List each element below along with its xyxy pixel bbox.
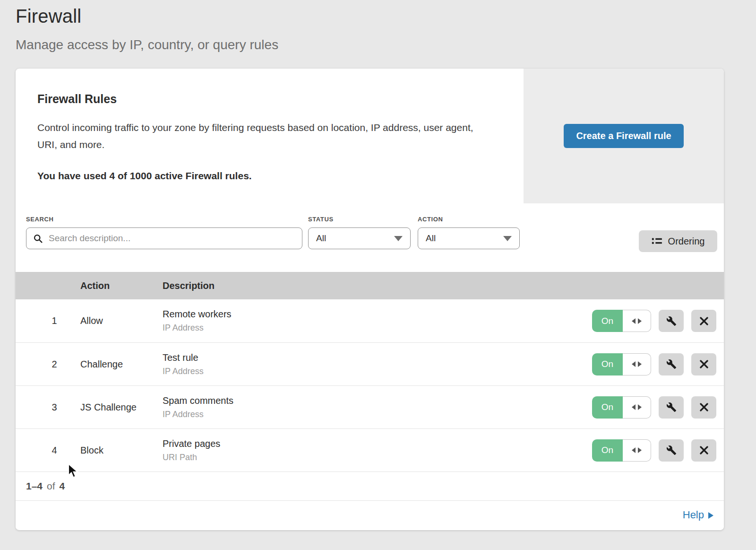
- rule-action: JS Challenge: [80, 402, 163, 413]
- status-select-value: All: [316, 233, 326, 244]
- firewall-page: Firewall Manage access by IP, country, o…: [0, 0, 756, 550]
- rules-usage-text: You have used 4 of 1000 active Firewall …: [37, 170, 524, 182]
- card-description: Control incoming traffic to your zone by…: [37, 119, 486, 153]
- rule-action: Allow: [80, 315, 163, 326]
- pagination-total: 4: [60, 480, 65, 492]
- status-select[interactable]: All: [308, 227, 411, 249]
- edit-rule-button[interactable]: [659, 353, 684, 375]
- delete-rule-button[interactable]: [691, 310, 716, 332]
- rule-toggle[interactable]: On: [592, 310, 651, 332]
- edit-rule-button[interactable]: [659, 439, 684, 462]
- drag-handle-icon[interactable]: [623, 396, 651, 419]
- rule-match-type: URI Path: [163, 453, 592, 463]
- close-icon: [699, 359, 709, 369]
- delete-rule-button[interactable]: [691, 353, 716, 375]
- delete-rule-button[interactable]: [691, 439, 716, 462]
- toggle-on-label: On: [592, 439, 623, 462]
- pagination-of: of: [47, 480, 55, 492]
- page-header: Firewall Manage access by IP, country, o…: [16, 6, 278, 52]
- close-icon: [699, 445, 709, 455]
- card-footer: Help: [16, 500, 724, 529]
- table-row: 4 Block Private pages URI Path On: [16, 428, 724, 471]
- rule-priority: 3: [16, 402, 80, 413]
- wrench-icon: [666, 316, 677, 326]
- wrench-icon: [666, 359, 677, 369]
- rule-priority: 1: [16, 315, 80, 326]
- page-subtitle: Manage access by IP, country, or query r…: [16, 37, 278, 52]
- table-row: 1 Allow Remote workers IP Address On: [16, 299, 724, 342]
- pagination-bar: 1–4 of 4: [16, 471, 724, 500]
- rule-controls: On: [592, 439, 724, 462]
- rule-match-type: IP Address: [163, 410, 592, 419]
- action-select[interactable]: All: [418, 227, 520, 249]
- column-header-description: Description: [163, 280, 215, 291]
- rule-toggle[interactable]: On: [592, 396, 651, 419]
- search-label: SEARCH: [26, 216, 302, 223]
- status-label: STATUS: [308, 216, 411, 223]
- help-arrow-icon: [708, 512, 713, 519]
- ordering-list-icon: [652, 236, 662, 246]
- rule-match-type: IP Address: [163, 323, 592, 333]
- rule-description: Test rule: [163, 352, 592, 363]
- action-label: ACTION: [418, 216, 520, 223]
- rule-description-cell: Remote workers IP Address: [163, 309, 592, 333]
- status-filter-group: STATUS All: [308, 216, 411, 249]
- ordering-button[interactable]: Ordering: [639, 230, 717, 252]
- close-icon: [699, 402, 709, 412]
- rule-description: Spam comments: [163, 395, 592, 406]
- card-top-section: Firewall Rules Control incoming traffic …: [16, 69, 724, 203]
- create-rule-panel: Create a Firewall rule: [524, 69, 724, 203]
- close-icon: [699, 316, 709, 326]
- firewall-rules-card: Firewall Rules Control incoming traffic …: [16, 69, 724, 530]
- rule-toggle[interactable]: On: [592, 353, 651, 375]
- card-title: Firewall Rules: [37, 92, 524, 106]
- wrench-icon: [666, 402, 677, 412]
- rule-controls: On: [592, 396, 724, 419]
- help-link-label: Help: [683, 509, 704, 521]
- search-input[interactable]: [49, 233, 295, 244]
- search-icon: [33, 234, 43, 244]
- chevron-down-icon: [394, 236, 403, 241]
- ordering-button-label: Ordering: [668, 236, 705, 247]
- column-header-action: Action: [80, 280, 163, 291]
- pagination-range: 1–4: [26, 480, 43, 492]
- page-title: Firewall: [16, 6, 278, 27]
- card-intro: Firewall Rules Control incoming traffic …: [16, 69, 524, 203]
- toggle-on-label: On: [592, 353, 623, 375]
- table-row: 3 JS Challenge Spam comments IP Address …: [16, 385, 724, 428]
- drag-handle-icon[interactable]: [623, 439, 651, 462]
- table-row: 2 Challenge Test rule IP Address On: [16, 342, 724, 385]
- drag-handle-icon[interactable]: [623, 353, 651, 375]
- rule-action: Challenge: [80, 359, 163, 370]
- rule-toggle[interactable]: On: [592, 439, 651, 462]
- rule-priority: 2: [16, 359, 80, 370]
- toggle-on-label: On: [592, 310, 623, 332]
- rule-description-cell: Test rule IP Address: [163, 352, 592, 376]
- filters-bar: SEARCH STATUS All ACTION: [16, 203, 724, 272]
- table-header: Action Description: [16, 272, 724, 299]
- create-firewall-rule-button[interactable]: Create a Firewall rule: [564, 124, 683, 148]
- rule-action: Block: [80, 445, 163, 456]
- wrench-icon: [666, 445, 677, 455]
- rule-controls: On: [592, 310, 724, 332]
- rule-priority: 4: [16, 445, 80, 456]
- delete-rule-button[interactable]: [691, 396, 716, 419]
- drag-handle-icon[interactable]: [623, 310, 651, 332]
- edit-rule-button[interactable]: [659, 396, 684, 419]
- search-filter-group: SEARCH: [26, 216, 302, 249]
- help-link[interactable]: Help: [683, 509, 713, 521]
- rule-description: Private pages: [163, 438, 592, 449]
- rule-controls: On: [592, 353, 724, 375]
- action-select-value: All: [426, 233, 436, 244]
- edit-rule-button[interactable]: [659, 310, 684, 332]
- search-box: [26, 227, 302, 249]
- rule-description-cell: Spam comments IP Address: [163, 395, 592, 419]
- chevron-down-icon: [503, 236, 512, 241]
- rule-match-type: IP Address: [163, 367, 592, 376]
- action-filter-group: ACTION All: [418, 216, 520, 249]
- rule-description: Remote workers: [163, 309, 592, 320]
- rule-description-cell: Private pages URI Path: [163, 438, 592, 463]
- toggle-on-label: On: [592, 396, 623, 419]
